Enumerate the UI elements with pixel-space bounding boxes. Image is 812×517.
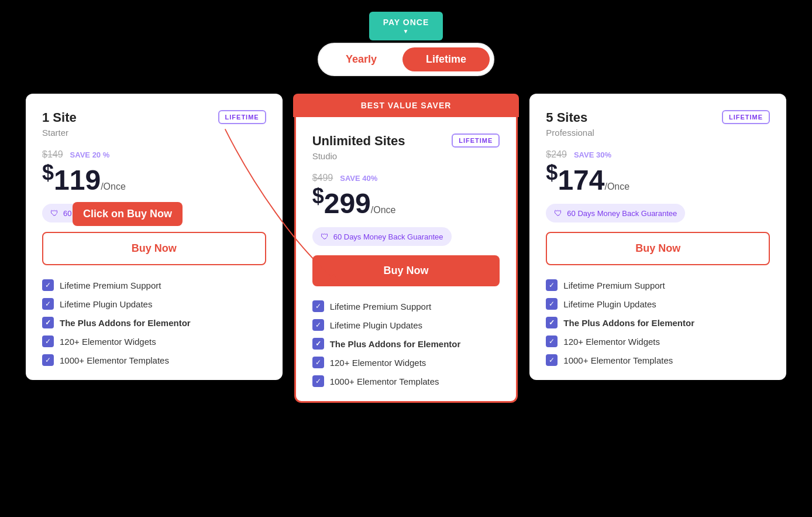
starter-current-price: $119/Once bbox=[42, 162, 266, 194]
shield-icon: 🛡 bbox=[554, 208, 562, 218]
starter-original-price: $149 bbox=[42, 149, 63, 160]
studio-money-back: 🛡 60 Days Money Back Guarantee bbox=[312, 227, 452, 246]
billing-toggle: Yearly Lifetime bbox=[318, 43, 494, 76]
starter-card: 1 Site Starter LIFETIME $149 SAVE 20 % $… bbox=[26, 94, 283, 380]
list-item: ✓ Lifetime Premium Support bbox=[42, 279, 266, 291]
list-item: ✓ Lifetime Premium Support bbox=[312, 300, 500, 312]
list-item: ✓ Lifetime Premium Support bbox=[546, 279, 770, 291]
studio-features: ✓ Lifetime Premium Support ✓ Lifetime Pl… bbox=[312, 300, 500, 387]
check-icon: ✓ bbox=[312, 338, 324, 350]
check-icon: ✓ bbox=[42, 335, 54, 347]
professional-lifetime-badge: LIFETIME bbox=[722, 110, 770, 124]
professional-features: ✓ Lifetime Premium Support ✓ Lifetime Pl… bbox=[546, 279, 770, 366]
click-tooltip: Click on Buy Now bbox=[73, 202, 183, 226]
studio-buy-button[interactable]: Buy Now bbox=[312, 255, 500, 286]
check-icon: ✓ bbox=[312, 375, 324, 387]
shield-icon: 🛡 bbox=[321, 232, 329, 241]
professional-buy-button[interactable]: Buy Now bbox=[546, 232, 770, 265]
list-item: ✓ Lifetime Plugin Updates bbox=[312, 319, 500, 331]
studio-current-price: $299/Once bbox=[312, 186, 500, 218]
list-item: ✓ 1000+ Elementor Templates bbox=[546, 354, 770, 366]
check-icon: ✓ bbox=[42, 354, 54, 366]
list-item: ✓ The Plus Addons for Elementor bbox=[312, 338, 500, 350]
professional-money-back: 🛡 60 Days Money Back Guarantee bbox=[546, 204, 685, 222]
starter-buy-button[interactable]: Buy Now bbox=[42, 232, 266, 265]
professional-original-price: $249 bbox=[546, 149, 567, 160]
check-icon: ✓ bbox=[312, 357, 324, 368]
check-icon: ✓ bbox=[546, 335, 558, 347]
professional-save-badge: SAVE 30% bbox=[574, 150, 611, 159]
studio-wrapper: BEST VALUE SAVER Unlimited Sites Studio … bbox=[294, 94, 518, 403]
starter-subtitle: Starter bbox=[42, 128, 77, 138]
check-icon: ✓ bbox=[42, 279, 54, 291]
starter-features: ✓ Lifetime Premium Support ✓ Lifetime Pl… bbox=[42, 279, 266, 366]
professional-card: 5 Sites Professional LIFETIME $249 SAVE … bbox=[529, 94, 786, 380]
list-item: ✓ 120+ Elementor Widgets bbox=[42, 335, 266, 347]
check-icon: ✓ bbox=[546, 298, 558, 310]
starter-header: 1 Site Starter LIFETIME bbox=[42, 110, 266, 138]
check-icon: ✓ bbox=[312, 300, 324, 312]
professional-price-section: $249 SAVE 30% $174/Once bbox=[546, 149, 770, 194]
check-icon: ✓ bbox=[546, 354, 558, 366]
list-item: ✓ The Plus Addons for Elementor bbox=[42, 317, 266, 328]
check-icon: ✓ bbox=[546, 279, 558, 291]
starter-lifetime-badge: LIFETIME bbox=[218, 110, 266, 124]
check-icon: ✓ bbox=[42, 298, 54, 310]
studio-price-section: $499 SAVE 40% $299/Once bbox=[312, 173, 500, 218]
studio-header: Unlimited Sites Studio LIFETIME bbox=[312, 133, 500, 161]
studio-lifetime-badge: LIFETIME bbox=[452, 133, 500, 148]
list-item: ✓ Lifetime Plugin Updates bbox=[546, 298, 770, 310]
list-item: ✓ Lifetime Plugin Updates bbox=[42, 298, 266, 310]
starter-save-badge: SAVE 20 % bbox=[70, 150, 110, 159]
studio-card: Unlimited Sites Studio LIFETIME $499 SAV… bbox=[294, 117, 518, 403]
professional-title: 5 Sites bbox=[546, 110, 594, 125]
starter-price-section: $149 SAVE 20 % $119/Once bbox=[42, 149, 266, 194]
yearly-tab[interactable]: Yearly bbox=[322, 47, 400, 71]
list-item: ✓ The Plus Addons for Elementor bbox=[546, 317, 770, 328]
check-icon: ✓ bbox=[312, 319, 324, 331]
check-icon: ✓ bbox=[42, 317, 54, 328]
lifetime-tab[interactable]: Lifetime bbox=[402, 47, 490, 71]
shield-icon: 🛡 bbox=[50, 208, 59, 218]
pay-once-button[interactable]: PAY ONCE bbox=[369, 12, 443, 40]
studio-save-badge: SAVE 40% bbox=[340, 174, 377, 183]
studio-original-price: $499 bbox=[312, 173, 333, 183]
list-item: ✓ 1000+ Elementor Templates bbox=[312, 375, 500, 387]
best-value-banner: BEST VALUE SAVER bbox=[293, 94, 519, 117]
list-item: ✓ 1000+ Elementor Templates bbox=[42, 354, 266, 366]
list-item: ✓ 120+ Elementor Widgets bbox=[312, 357, 500, 368]
professional-header: 5 Sites Professional LIFETIME bbox=[546, 110, 770, 138]
studio-subtitle: Studio bbox=[312, 151, 405, 161]
studio-title: Unlimited Sites bbox=[312, 133, 405, 149]
professional-subtitle: Professional bbox=[546, 128, 594, 138]
professional-current-price: $174/Once bbox=[546, 162, 770, 194]
list-item: ✓ 120+ Elementor Widgets bbox=[546, 335, 770, 347]
check-icon: ✓ bbox=[546, 317, 558, 328]
pricing-cards: 1 Site Starter LIFETIME $149 SAVE 20 % $… bbox=[26, 94, 786, 403]
starter-title: 1 Site bbox=[42, 110, 77, 125]
